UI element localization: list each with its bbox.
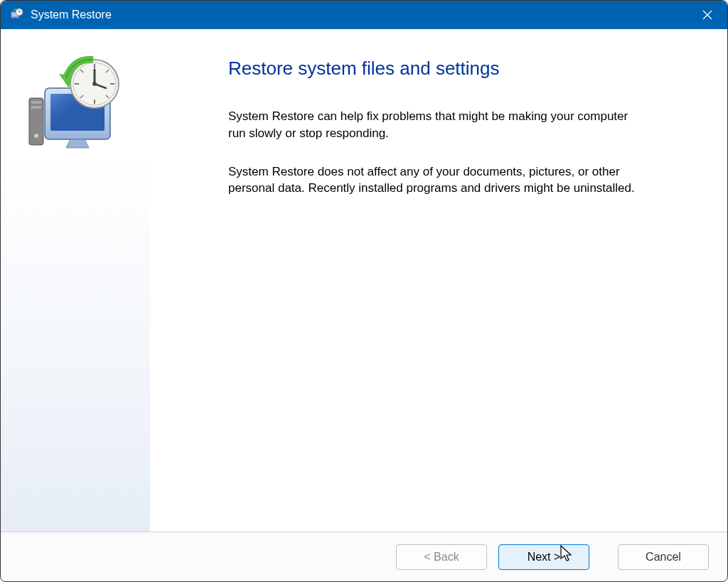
system-restore-icon <box>9 8 23 22</box>
content-area: Restore system files and settings System… <box>1 29 727 532</box>
close-button[interactable] <box>687 1 727 29</box>
cancel-button[interactable]: Cancel <box>618 544 709 570</box>
next-button[interactable]: Next > <box>498 544 589 570</box>
svg-rect-8 <box>29 98 43 145</box>
window-title: System Restore <box>31 9 687 21</box>
close-icon <box>702 10 712 20</box>
svg-rect-9 <box>31 101 41 104</box>
description-paragraph-2: System Restore does not affect any of yo… <box>228 163 648 198</box>
back-button[interactable]: < Back <box>396 544 487 570</box>
left-panel <box>1 29 150 532</box>
system-restore-graphic-icon <box>22 54 129 161</box>
svg-point-11 <box>34 134 38 138</box>
description-paragraph-1: System Restore can help fix problems tha… <box>228 108 648 142</box>
svg-rect-10 <box>31 106 41 109</box>
footer-panel: < Back Next > Cancel <box>1 532 727 581</box>
main-content: Restore system files and settings System… <box>150 29 727 532</box>
page-heading: Restore system files and settings <box>228 58 692 80</box>
titlebar: System Restore <box>1 1 727 29</box>
